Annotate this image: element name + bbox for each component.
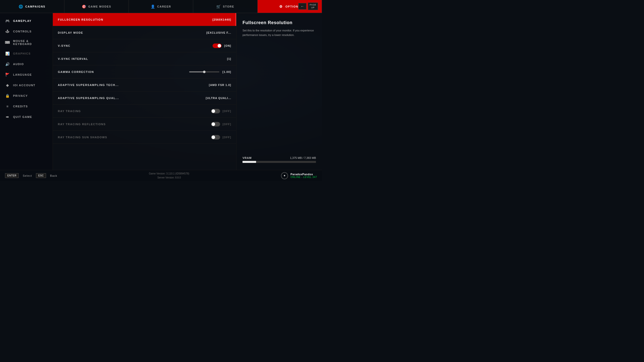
sidebar-label-graphics: GRAPHICS (13, 52, 31, 55)
nav-item-career[interactable]: 👤CAREER (129, 0, 193, 13)
toggle-knob-ray_shadows (212, 135, 215, 139)
esc-key-button[interactable]: ESC (36, 173, 46, 178)
sidebar-item-language[interactable]: 🚩LANGUAGE (0, 69, 53, 80)
setting-value-ray_shadows: [OFF] (223, 136, 231, 139)
user-name: ParadoxPandox (291, 173, 317, 176)
nav-item-game_modes[interactable]: 🎯GAME MODES (64, 0, 129, 13)
sidebar-item-mouse_keyboard[interactable]: ⌨MOUSE & KEYBOARD (0, 37, 53, 48)
top-nav: 🌐CAMPAIGNS🎯GAME MODES👤CAREER🛒STORE⚙OPTIO… (0, 0, 322, 13)
sidebar-label-gameplay: GAMEPLAY (13, 19, 31, 22)
sidebar-icon-controls: 🕹 (5, 29, 10, 34)
sidebar-item-graphics: 📊GRAPHICS (0, 48, 53, 59)
sidebar-label-mouse_keyboard: MOUSE & KEYBOARD (13, 39, 48, 46)
nav-item-campaigns[interactable]: 🌐CAMPAIGNS (0, 0, 64, 13)
setting-label-ray_refl: RAY TRACING REFLECTIONS (58, 123, 211, 126)
setting-row-display_mode[interactable]: DISPLAY MODE[EXCLUSIVE F... (53, 26, 236, 39)
settings-panel: FULLSCREEN RESOLUTION[2560X1440]DISPLAY … (53, 13, 236, 170)
slider-thumb-gamma (203, 71, 206, 73)
sidebar-item-controls[interactable]: 🕹CONTROLS (0, 26, 53, 37)
setting-label-ray_tracing: RAY TRACING (58, 110, 211, 113)
info-description: Set this to the resolution of your monit… (243, 28, 316, 37)
setting-row-ss_tech[interactable]: ADAPTIVE SUPERSAMPLING TECH...[AMD FSR 1… (53, 78, 236, 92)
setting-label-ray_shadows: RAY TRACING SUN SHADOWS (58, 136, 211, 139)
nav-icon-options: ⚙ (279, 4, 283, 9)
setting-row-fullscreen_res[interactable]: FULLSCREEN RESOLUTION[2560X1440] (53, 13, 236, 26)
sidebar-icon-audio: 🔊 (5, 62, 10, 67)
sidebar-icon-graphics: 📊 (5, 51, 10, 56)
toggle-knob-ray_refl (212, 122, 215, 126)
nav-label-campaigns: CAMPAIGNS (25, 5, 46, 8)
page-up-area: ← PAGEUP (298, 3, 318, 10)
vram-bar-fill (243, 161, 256, 163)
setting-value-vsync_interval: [1] (227, 57, 231, 60)
toggle-knob-vsync (218, 44, 221, 48)
enter-action-label: Select (23, 174, 32, 177)
main-content: 🎮GAMEPLAY🕹CONTROLS⌨MOUSE & KEYBOARD📊GRAP… (0, 13, 322, 170)
setting-row-gamma[interactable]: GAMMA CORRECTION[1.00] (53, 65, 236, 78)
sidebar-item-gameplay[interactable]: 🎮GAMEPLAY (0, 16, 53, 26)
toggle-ray_refl (211, 122, 220, 126)
setting-label-gamma: GAMMA CORRECTION (58, 70, 189, 73)
sidebar-label-ioi_account: IOI ACCOUNT (13, 84, 35, 87)
sidebar-icon-credits: ≡ (5, 104, 10, 109)
sidebar-label-controls: CONTROLS (13, 30, 32, 33)
slider-fill-gamma (189, 71, 204, 72)
sidebar: 🎮GAMEPLAY🕹CONTROLS⌨MOUSE & KEYBOARD📊GRAP… (0, 13, 53, 170)
setting-value-gamma: [1.00] (222, 70, 231, 73)
nav-label-game_modes: GAME MODES (88, 5, 111, 8)
sidebar-item-audio[interactable]: 🔊AUDIO (0, 59, 53, 69)
setting-value-fullscreen_res: [2560X1440] (212, 18, 231, 21)
version-info: Game Version: 3.110.1 (ID5894578) Server… (57, 172, 281, 180)
setting-value-ss_tech: [AMD FSR 1.0] (209, 83, 231, 86)
toggle-vsync[interactable] (213, 43, 222, 48)
sidebar-label-credits: CREDITS (13, 105, 28, 108)
sidebar-item-privacy[interactable]: 🔒PRIVACY (0, 90, 53, 101)
server-version: Server Version: 8.8.0 (57, 176, 281, 180)
vram-label-row: VRAM 1,375 MB / 7,383 MB (243, 156, 316, 159)
vram-value: 1,375 MB / 7,383 MB (290, 156, 316, 159)
sidebar-label-privacy: PRIVACY (13, 94, 28, 97)
slider-track-gamma[interactable] (189, 71, 219, 72)
enter-key-button[interactable]: ENTER (5, 173, 19, 178)
nav-icon-career: 👤 (151, 4, 155, 9)
setting-row-ray_tracing: RAY TRACING[OFF] (53, 105, 236, 118)
vram-bar-background (243, 161, 316, 163)
toggle-knob-ray_tracing (212, 109, 215, 113)
sidebar-item-ioi_account[interactable]: ◈IOI ACCOUNT (0, 80, 53, 90)
sidebar-icon-ioi_account: ◈ (5, 83, 10, 88)
setting-row-vsync_interval[interactable]: V-SYNC INTERVAL[1] (53, 52, 236, 65)
user-status: ONLINE - LEVEL 347 (291, 176, 317, 178)
setting-label-fullscreen_res: FULLSCREEN RESOLUTION (58, 18, 212, 21)
setting-row-ss_qual[interactable]: ADAPTIVE SUPERSAMPLING QUAL...[ULTRA QUA… (53, 92, 236, 105)
vram-label: VRAM (243, 156, 252, 159)
setting-row-vsync[interactable]: V-SYNC[ON] (53, 39, 236, 52)
sidebar-label-language: LANGUAGE (13, 73, 32, 76)
setting-row-ray_shadows: RAY TRACING SUN SHADOWS[OFF] (53, 131, 236, 144)
nav-icon-store: 🛒 (216, 4, 221, 9)
game-version: Game Version: 3.110.1 (ID5894578) (57, 172, 281, 176)
bottom-bar: ENTER Select ESC Back Game Version: 3.11… (0, 170, 322, 181)
nav-icon-campaigns: 🌐 (19, 4, 23, 9)
sidebar-icon-gameplay: 🎮 (5, 18, 10, 23)
back-arrow-button[interactable]: ← (298, 3, 306, 10)
sidebar-icon-quit_game: ➡ (5, 114, 10, 119)
info-title: Fullscreen Resolution (243, 20, 316, 25)
nav-item-store[interactable]: 🛒STORE (193, 0, 258, 13)
setting-value-ray_tracing: [OFF] (223, 110, 231, 113)
user-details: ParadoxPandox ONLINE - LEVEL 347 (291, 173, 317, 178)
setting-label-ss_qual: ADAPTIVE SUPERSAMPLING QUAL... (58, 97, 206, 100)
sidebar-label-quit_game: QUIT GAME (13, 115, 32, 118)
sidebar-icon-mouse_keyboard: ⌨ (5, 40, 10, 45)
sidebar-item-credits[interactable]: ≡CREDITS (0, 101, 53, 112)
page-up-button[interactable]: PAGEUP (308, 3, 318, 10)
sidebar-icon-privacy: 🔒 (5, 93, 10, 98)
setting-label-vsync: V-SYNC (58, 44, 213, 47)
nav-label-career: CAREER (157, 5, 171, 8)
sidebar-item-quit_game[interactable]: ➡QUIT GAME (0, 112, 53, 122)
user-avatar-icon: ✦ (281, 172, 288, 179)
sidebar-label-audio: AUDIO (13, 63, 24, 66)
nav-icon-game_modes: 🎯 (82, 4, 86, 9)
setting-label-ss_tech: ADAPTIVE SUPERSAMPLING TECH... (58, 83, 209, 86)
user-info: ✦ ParadoxPandox ONLINE - LEVEL 347 (281, 172, 317, 179)
toggle-ray_tracing (211, 109, 220, 113)
